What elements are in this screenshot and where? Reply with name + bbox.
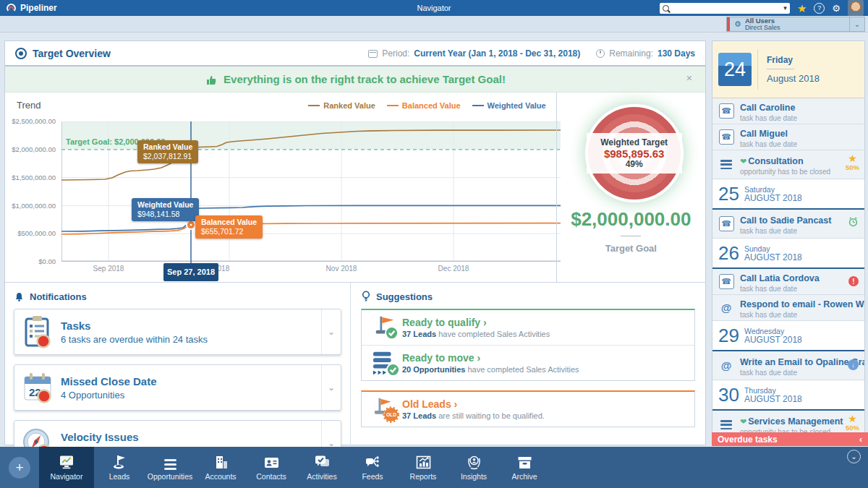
- agenda-sidebar: 24 Friday August 2018 ☎ Call Caroline ta…: [712, 40, 865, 446]
- suggestion-ready-to-qualify[interactable]: Ready to qualify › 37 Leads have complet…: [362, 310, 694, 345]
- weighted-value-tooltip: Weighted Value$948,141.58: [132, 198, 199, 221]
- notification-subtitle: 4 Opportunities: [61, 390, 321, 401]
- collapse-nav-chevron-icon[interactable]: ⌄: [847, 450, 861, 463]
- contacts-card-icon: [263, 454, 280, 470]
- win-percent: 50%: [846, 163, 859, 171]
- qualify-flag-icon: [370, 314, 401, 341]
- heart-icon: ❤: [740, 417, 746, 426]
- x-tick-nov: Nov 2018: [320, 265, 363, 273]
- agenda-item[interactable]: @ Respond to email - Rowen Wilders... ta…: [712, 295, 864, 321]
- collapse-left-icon[interactable]: ‹: [859, 435, 862, 445]
- filter-gears-icon: ⚙: [734, 20, 741, 28]
- suggestion-old-leads[interactable]: OLD Old Leads › 37 Leads are still waiti…: [362, 392, 694, 427]
- weighted-target-gauge: Weighted Target $985,895.63 49% $2,000,0…: [556, 93, 705, 282]
- phone-icon: ☎: [719, 129, 734, 145]
- nav-tab-leads[interactable]: Leads: [94, 447, 145, 488]
- add-button[interactable]: +: [9, 457, 30, 479]
- search-caret-icon[interactable]: ▾: [783, 4, 787, 12]
- old-leads-flag-icon: OLD: [370, 395, 401, 423]
- banner-close-icon[interactable]: ×: [686, 72, 692, 84]
- notifications-section: Notifications Tasks: [5, 283, 351, 447]
- y-tick: $1,000,000.00: [5, 202, 56, 210]
- notification-card-tasks[interactable]: Tasks 6 tasks are overdue within 24 task…: [14, 309, 341, 355]
- phone-icon: ☎: [719, 216, 734, 231]
- notification-subtitle: 6 tasks are overdue within 24 tasks: [61, 334, 321, 345]
- accounts-buildings-icon: [213, 454, 229, 470]
- y-tick: $500,000.00: [5, 229, 56, 237]
- email-at-icon: @: [721, 301, 732, 314]
- filter-chevron-icon[interactable]: ⌄: [849, 17, 864, 31]
- nav-tab-archive[interactable]: Archive: [499, 447, 550, 488]
- user-avatar[interactable]: [848, 0, 864, 16]
- opportunity-list-icon: [720, 420, 732, 429]
- nav-tab-activities[interactable]: Activities: [297, 447, 347, 488]
- nav-tab-insights[interactable]: Insights: [448, 447, 499, 488]
- today-month: August 2018: [767, 73, 820, 84]
- chart-title: Trend: [17, 100, 41, 111]
- target-icon: [15, 48, 27, 59]
- missed-close-date-calendar-icon: 22: [21, 370, 54, 405]
- phone-icon: ☎: [719, 103, 734, 119]
- expand-chevron-icon[interactable]: ⌄: [321, 309, 341, 354]
- nav-tab-navigator[interactable]: Navigator: [39, 447, 94, 488]
- suggestion-title[interactable]: Ready to qualify ›: [402, 317, 550, 328]
- suggestion-title[interactable]: Ready to move ›: [402, 352, 579, 364]
- balanced-series-line: [61, 223, 561, 234]
- expand-chevron-icon[interactable]: ⌄: [321, 365, 341, 410]
- nav-tab-reports[interactable]: Reports: [398, 447, 448, 488]
- day-header-25: 25 SaturdayAUGUST 2018: [712, 179, 864, 208]
- target-overview-panel: Target Overview Period: Current Year (Ja…: [4, 40, 706, 445]
- notification-card-missed-close-date[interactable]: 22 Missed Close Date 4 Opportunities ⌄: [14, 364, 341, 411]
- remaining-value: 130 Days: [658, 48, 695, 59]
- agenda-item[interactable]: ☎ Call to Sadie Pancast task has due dat…: [712, 210, 864, 239]
- search-box[interactable]: ▾: [660, 3, 790, 14]
- agenda-item[interactable]: ❤Consultation opportunity has to be clos…: [712, 150, 864, 179]
- suggestion-ready-to-move[interactable]: Ready to move › 20 Opportunities have co…: [362, 345, 694, 380]
- nav-tab-accounts[interactable]: Accounts: [195, 447, 246, 488]
- archive-box-icon: [516, 454, 533, 470]
- overdue-tasks-bar[interactable]: Overdue tasks ‹: [712, 432, 868, 446]
- agenda-item[interactable]: ☎ Call Miguel task has due date: [712, 124, 864, 150]
- nav-tab-opportunities[interactable]: Opportunities: [145, 447, 195, 488]
- email-at-icon: @: [721, 359, 732, 372]
- overdue-alert-icon: !: [848, 276, 859, 286]
- today-card[interactable]: 24 Friday August 2018: [712, 41, 864, 98]
- target-rings: Weighted Target $985,895.63 49%: [585, 104, 684, 202]
- favorites-star-icon[interactable]: ★: [797, 3, 807, 14]
- agenda-item[interactable]: @ Write an Email to Opaline Gravy task h…: [712, 351, 864, 380]
- settings-gear-icon[interactable]: ⚙: [832, 4, 841, 13]
- bottom-nav: + Navigator Leads Opportunities Accounts: [0, 447, 868, 488]
- notifications-title: Notifications: [30, 291, 87, 302]
- y-tick: $2,500,000.00: [5, 117, 56, 125]
- nav-tab-feeds[interactable]: Feeds: [347, 447, 398, 488]
- search-input[interactable]: [672, 3, 780, 13]
- alarm-clock-icon: [848, 216, 859, 230]
- remaining-label: Remaining:: [609, 48, 653, 59]
- notification-title: Velocity Issues: [61, 431, 321, 443]
- star-icon: ★: [846, 414, 859, 424]
- tasks-clipboard-icon: [21, 314, 54, 349]
- period-label: Period:: [382, 48, 409, 59]
- legend-balanced: Balanced Value: [387, 101, 461, 110]
- x-tick-oct: 2018: [213, 265, 257, 273]
- selected-date-badge[interactable]: Sep 27, 2018: [163, 263, 218, 281]
- user-filter-select[interactable]: ⚙ All Users Direct Sales ⌄: [726, 17, 865, 32]
- activities-check-icon: [314, 454, 331, 470]
- heart-icon: ❤: [740, 157, 746, 166]
- help-icon[interactable]: ?: [814, 3, 825, 14]
- rating-block: ★ 50%: [846, 153, 859, 171]
- suggestions-title: Suggestions: [376, 291, 433, 302]
- today-day-tile: 24: [718, 53, 752, 86]
- period-value[interactable]: Current Year (Jan 1, 2018 - Dec 31, 2018…: [414, 48, 580, 59]
- agenda-item[interactable]: ☎ Call Latia Cordova task has due date !: [712, 269, 864, 295]
- target-goal-amount: $2,000,000.00: [557, 208, 705, 231]
- nav-tab-contacts[interactable]: Contacts: [246, 447, 297, 488]
- star-icon: ★: [846, 153, 859, 163]
- agenda-item[interactable]: ☎ Call Caroline task has due date: [712, 98, 864, 124]
- legend-ranked: Ranked Value: [308, 101, 375, 110]
- status-banner: Everything is on the right track to achi…: [5, 67, 705, 93]
- gauge-value: $985,895.63: [604, 148, 664, 159]
- old-leads-group: OLD Old Leads › 37 Leads are still waiti…: [361, 390, 695, 427]
- win-percent: 50%: [846, 424, 859, 432]
- suggestion-title[interactable]: Old Leads ›: [402, 398, 545, 410]
